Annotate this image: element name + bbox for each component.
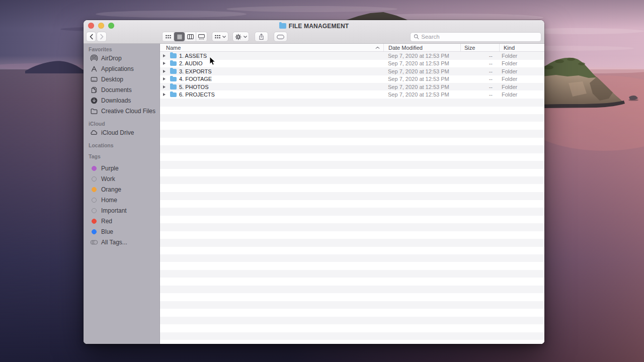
share-button[interactable] (255, 32, 268, 42)
forward-button[interactable] (97, 32, 107, 42)
column-header-kind[interactable]: Kind (499, 44, 544, 51)
kind-cell: Folder (499, 84, 544, 90)
sidebar-tag-orange[interactable]: Orange (84, 184, 159, 195)
search-field[interactable] (410, 32, 541, 42)
sidebar-tag-purple[interactable]: Purple (84, 163, 159, 173)
group-button[interactable] (212, 32, 228, 42)
column-header-name[interactable]: Name (160, 45, 383, 51)
file-row[interactable]: 1. ASSETS Sep 7, 2020 at 12:53 PM -- Fol… (160, 52, 544, 60)
sidebar-item-label: Red (101, 218, 112, 225)
chevron-left-icon (89, 34, 94, 40)
gallery-view-button[interactable] (196, 32, 207, 41)
size-cell: -- (460, 60, 499, 66)
file-row[interactable]: 2. AUDIO Sep 7, 2020 at 12:53 PM -- Fold… (160, 60, 544, 68)
list-view-button[interactable] (174, 32, 185, 41)
disclosure-triangle-icon[interactable] (163, 54, 166, 57)
close-button[interactable] (88, 23, 94, 29)
desktop-icon (90, 75, 98, 83)
sidebar-tag-blue[interactable]: Blue (84, 226, 159, 237)
desktop: FILE MANAGEMENT (0, 0, 644, 362)
folder-icon (170, 53, 177, 58)
documents-icon (90, 86, 98, 94)
kind-cell: Folder (499, 60, 544, 66)
tag-button[interactable] (274, 32, 287, 42)
action-menu-button[interactable] (232, 32, 249, 42)
airdrop-icon (90, 54, 98, 62)
minimize-button[interactable] (98, 23, 104, 29)
file-name: 4. FOOTAGE (179, 76, 212, 82)
sidebar-item-applications[interactable]: Applications (84, 63, 159, 74)
date-cell: Sep 7, 2020 at 12:53 PM (383, 84, 460, 90)
back-button[interactable] (86, 32, 96, 42)
sidebar-item-label: Desktop (101, 76, 123, 83)
file-list: Name Date Modified Size Kind 1. ASSETS S… (160, 44, 544, 344)
downloads-icon (90, 97, 98, 105)
disclosure-triangle-icon[interactable] (163, 93, 166, 96)
sidebar-item-label: AirDrop (101, 55, 122, 62)
folder-icon (170, 84, 177, 89)
disclosure-triangle-icon[interactable] (163, 85, 166, 88)
all-tags-icon (90, 238, 98, 246)
group-icon (215, 35, 220, 39)
search-input[interactable] (421, 34, 538, 40)
sidebar-item-label: Important (101, 207, 127, 214)
sidebar-item-icloud-drive[interactable]: iCloud Drive (84, 127, 159, 138)
column-view-icon (187, 34, 194, 39)
applications-icon (90, 65, 98, 73)
nav-buttons (86, 32, 107, 42)
sidebar-section-locations: Locations (84, 142, 159, 149)
sidebar-item-desktop[interactable]: Desktop (84, 74, 159, 84)
file-row[interactable]: 6. PROJECTS Sep 7, 2020 at 12:53 PM -- F… (160, 91, 544, 99)
column-view-button[interactable] (185, 32, 196, 41)
column-header-date-modified[interactable]: Date Modified (383, 44, 460, 51)
sidebar-item-label: Documents (101, 86, 132, 94)
disclosure-triangle-icon[interactable] (163, 70, 166, 73)
window-title-text: FILE MANAGEMENT (289, 23, 349, 30)
kind-cell: Folder (499, 92, 544, 98)
share-icon (258, 33, 265, 40)
sidebar-tag-important[interactable]: Important (84, 205, 159, 216)
disclosure-triangle-icon[interactable] (163, 62, 166, 65)
sidebar-section-favorites: Favorites (84, 46, 159, 53)
file-row[interactable]: 3. EXPORTS Sep 7, 2020 at 12:53 PM -- Fo… (160, 67, 544, 75)
folder-icon (170, 69, 177, 74)
gear-icon (235, 34, 242, 40)
icon-view-button[interactable] (163, 32, 174, 41)
file-name: 2. AUDIO (179, 60, 202, 66)
finder-window: FILE MANAGEMENT (84, 20, 544, 344)
gallery-view-icon (198, 34, 205, 40)
sidebar-item-airdrop[interactable]: AirDrop (84, 53, 159, 63)
chevron-right-icon (100, 34, 104, 40)
traffic-lights (88, 23, 114, 29)
sidebar: Favorites AirDrop Applications Desktop (84, 44, 160, 344)
sidebar-item-all-tags[interactable]: All Tags... (84, 237, 159, 247)
date-cell: Sep 7, 2020 at 12:53 PM (383, 68, 460, 74)
sidebar-item-creative-cloud-files[interactable]: Creative Cloud Files (84, 106, 159, 116)
size-cell: -- (460, 76, 499, 82)
tag-color-icon (92, 166, 97, 171)
column-header-size[interactable]: Size (460, 44, 499, 51)
sidebar-tag-home[interactable]: Home (84, 195, 159, 205)
toolbar (84, 30, 544, 43)
sidebar-tag-work[interactable]: Work (84, 173, 159, 184)
date-cell: Sep 7, 2020 at 12:53 PM (383, 92, 460, 98)
file-row[interactable]: 4. FOOTAGE Sep 7, 2020 at 12:53 PM -- Fo… (160, 75, 544, 83)
name-cell: 4. FOOTAGE (160, 76, 383, 82)
titlebar[interactable]: FILE MANAGEMENT (84, 20, 544, 30)
icon-view-icon (166, 35, 171, 39)
sort-ascending-icon (375, 46, 380, 49)
file-row[interactable]: 5. PHOTOS Sep 7, 2020 at 12:53 PM -- Fol… (160, 83, 544, 91)
sidebar-item-label: Purple (101, 165, 119, 172)
sidebar-tag-red[interactable]: Red (84, 216, 159, 226)
tag-icon (277, 35, 284, 39)
sidebar-item-label: Downloads (101, 97, 131, 104)
size-cell: -- (460, 92, 499, 98)
disclosure-triangle-icon[interactable] (163, 77, 166, 80)
sidebar-item-downloads[interactable]: Downloads (84, 95, 159, 106)
size-cell: -- (460, 68, 499, 74)
kind-cell: Folder (499, 53, 544, 59)
tag-color-icon (92, 229, 97, 234)
zoom-button[interactable] (108, 23, 114, 29)
sidebar-item-documents[interactable]: Documents (84, 84, 159, 95)
file-name: 3. EXPORTS (179, 68, 212, 74)
